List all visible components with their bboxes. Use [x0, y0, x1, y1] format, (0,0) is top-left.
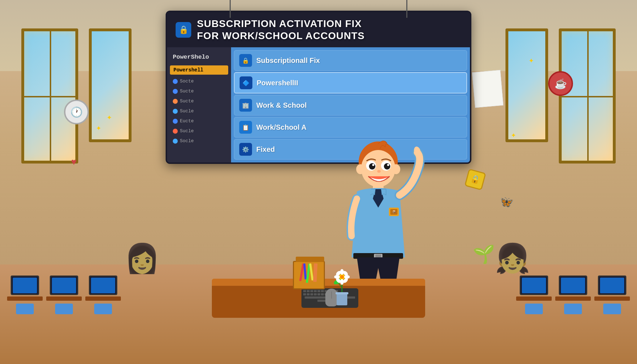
list-icon-work-school: 🏢 [239, 99, 252, 112]
heart-icon: ♥ [71, 156, 76, 167]
chair-1 [16, 304, 34, 314]
sparkle-2: ✦ [107, 114, 112, 122]
svg-point-4 [369, 163, 375, 170]
sidebar-label-3: Sucle [180, 108, 194, 114]
sidebar-label-4: Eucte [180, 118, 194, 124]
desk-unit-r2 [555, 275, 591, 314]
monitor-r1 [520, 275, 548, 295]
list-item-work-school: 🏢 Work & School [234, 95, 467, 116]
svg-rect-22 [336, 292, 348, 294]
monitor-1 [11, 275, 39, 295]
cable-right [406, 0, 407, 18]
sidebar-item-0: Socte [170, 77, 228, 86]
title-line2: FOR WORK/SCHOOL ACCOUNTS [197, 30, 365, 42]
desk-surface-r2 [555, 296, 591, 301]
sidebar-label-2: Sucte [180, 98, 194, 104]
sidebar-label-0: Socte [180, 79, 194, 84]
list-text-work-school-a: Work/School A [256, 123, 306, 132]
window-right-2 [505, 28, 548, 142]
sidebar-item-3: Sucle [170, 107, 228, 116]
sidebar-brand: PowerShelo [170, 52, 228, 63]
sparkle-3: ✦ [511, 132, 516, 139]
desk-surface-2 [46, 296, 82, 301]
cable-left [230, 0, 231, 18]
bg-paper [472, 70, 503, 108]
chair-r2 [564, 304, 582, 314]
desk-surface-3 [85, 296, 121, 301]
sidebar-dot-1 [173, 89, 178, 94]
desk-surface-r3 [594, 296, 630, 301]
sidebar-dot-5 [173, 129, 178, 134]
list-item-powershell: 🔷 PowershellII [234, 72, 467, 93]
title-lock-icon: 🔒 [176, 22, 191, 38]
list-icon-subscription: 🔒 [239, 54, 252, 67]
chair-r1 [525, 304, 543, 314]
coffee-decoration: ☕ [548, 71, 573, 96]
window-left-2 [89, 28, 132, 142]
sidebar-dot-3 [173, 109, 178, 114]
sidebar-label-5: Sucle [180, 128, 194, 134]
svg-rect-15 [375, 255, 381, 257]
svg-point-9 [356, 164, 365, 174]
floating-badge: 🔒 [464, 168, 486, 190]
desk-unit-r3 [594, 275, 630, 314]
svg-point-35 [340, 275, 344, 279]
clock-icon: 🕐 [70, 106, 83, 118]
list-text-powershell: PowershellII [257, 79, 298, 87]
bg-plant: 🌱 [473, 244, 495, 264]
person-background-right: 👧 [495, 242, 530, 275]
list-icon-powershell: 🔷 [240, 76, 252, 89]
monitor-2 [50, 275, 78, 295]
svg-point-6 [372, 164, 374, 166]
svg-point-10 [392, 164, 400, 174]
board-title-text: SUBSCRIPTION ACTIVATION FIX FOR WORK/SCH… [197, 18, 365, 42]
svg-rect-21 [337, 293, 347, 305]
sidebar-active-item: Powershell [170, 65, 228, 75]
list-icon-fixed: ⚙️ [239, 143, 252, 156]
heart-decoration: ♥ [71, 156, 76, 167]
butterfly-decor: 🦋 [498, 194, 514, 210]
person-background-left: 👩 [124, 242, 160, 275]
svg-text:📦: 📦 [392, 210, 396, 214]
sidebar-dot-4 [173, 119, 178, 124]
chair-2 [55, 304, 73, 314]
sidebar-item-4: Eucte [170, 117, 228, 125]
desk-unit-2 [46, 275, 82, 314]
flower-svg [331, 263, 353, 305]
sidebar-item-5: Sucle [170, 127, 228, 135]
list-text-fixed: Fixed [256, 145, 275, 154]
window-right-1 [559, 28, 616, 164]
monitor-r2 [559, 275, 587, 295]
desk-unit-1 [7, 275, 43, 314]
sparkle-1: ✦ [96, 124, 101, 132]
board-sidebar: PowerShelo Powershell Socte Sucte Sucte [167, 47, 231, 162]
monitor-r3 [598, 275, 626, 295]
chair-r3 [603, 304, 621, 314]
sparkle-4: ✦ [529, 57, 534, 65]
desk-surface-r1 [516, 296, 552, 301]
board-title-bar: 🔒 SUBSCRIPTION ACTIVATION FIX FOR WORK/S… [167, 12, 470, 47]
coffee-icon: ☕ [555, 78, 567, 90]
flower-plant [331, 263, 353, 305]
sidebar-label-6: Socle [180, 138, 194, 144]
list-icon-work-school-a: 📋 [239, 121, 252, 134]
chair-3 [94, 304, 112, 314]
sidebar-item-2: Sucte [170, 97, 228, 106]
list-text-work-school: Work & School [256, 101, 307, 109]
window-left-1 [21, 28, 78, 164]
desks-left [7, 275, 121, 314]
title-line1: SUBSCRIPTION ACTIVATION FIX [197, 18, 365, 30]
desk-unit-r1 [516, 275, 552, 314]
list-item-subscription: 🔒 Subscriptionall Fix [234, 50, 467, 71]
svg-point-8 [377, 170, 381, 173]
tools-box [293, 261, 325, 289]
svg-point-7 [387, 164, 389, 166]
desks-right [516, 275, 630, 314]
monitor-3 [89, 275, 117, 295]
sidebar-item-1: Sucte [170, 87, 228, 96]
desk-unit-3 [85, 275, 121, 314]
sidebar-dot-0 [173, 79, 178, 84]
sidebar-label-1: Sucte [180, 89, 194, 94]
svg-point-5 [384, 163, 390, 170]
sidebar-dot-2 [173, 99, 178, 104]
